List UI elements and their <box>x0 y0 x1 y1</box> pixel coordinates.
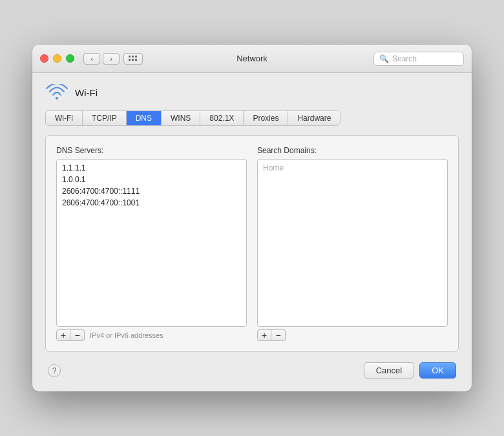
minimize-button[interactable] <box>53 54 61 63</box>
dns-hint: IPv4 or IPv6 addresses <box>90 331 163 339</box>
dns-remove-button[interactable]: − <box>70 329 85 341</box>
help-button[interactable]: ? <box>48 364 61 377</box>
traffic-lights <box>40 54 74 63</box>
dns-btn-group: + − <box>56 329 85 341</box>
svg-point-0 <box>56 97 58 99</box>
tab-wifi[interactable]: Wi-Fi <box>46 111 83 125</box>
ok-button[interactable]: OK <box>419 362 456 379</box>
search-domains-remove-button[interactable]: − <box>271 329 286 341</box>
back-button[interactable]: ‹ <box>83 53 100 65</box>
network-window: ‹ › Network 🔍 Search <box>32 45 472 391</box>
wifi-label: Wi-Fi <box>75 87 98 98</box>
tabs-bar: Wi-Fi TCP/IP DNS WINS 802.1X Proxies Har… <box>45 110 341 126</box>
dns-servers-controls: + − IPv4 or IPv6 addresses <box>56 329 247 341</box>
wifi-header: Wi-Fi <box>45 83 459 101</box>
search-domains-label: Search Domains: <box>257 146 448 155</box>
tab-tcpip[interactable]: TCP/IP <box>83 111 127 125</box>
content-area: Wi-Fi Wi-Fi TCP/IP DNS WINS 802.1X Proxi… <box>32 73 472 391</box>
search-box[interactable]: 🔍 Search <box>373 52 464 66</box>
action-buttons: Cancel OK <box>364 362 456 379</box>
search-domains-add-button[interactable]: + <box>257 329 271 341</box>
tab-dot1x[interactable]: 802.1X <box>200 111 244 125</box>
dns-item-1: 1.0.0.1 <box>57 174 246 185</box>
dns-servers-section: DNS Servers: 1.1.1.1 1.0.0.1 2606:4700:4… <box>56 146 247 341</box>
grid-icon <box>129 56 138 61</box>
panels-row: DNS Servers: 1.1.1.1 1.0.0.1 2606:4700:4… <box>56 146 448 341</box>
titlebar: ‹ › Network 🔍 Search <box>32 45 472 73</box>
search-domains-section: Search Domains: Home + − <box>257 146 448 341</box>
dns-panel: DNS Servers: 1.1.1.1 1.0.0.1 2606:4700:4… <box>45 135 459 352</box>
tab-hardware[interactable]: Hardware <box>288 111 340 125</box>
maximize-button[interactable] <box>66 54 74 63</box>
forward-icon: › <box>110 55 112 63</box>
search-domains-placeholder: Home <box>258 162 447 174</box>
forward-button[interactable]: › <box>103 53 120 65</box>
tab-wins[interactable]: WINS <box>162 111 200 125</box>
search-domains-list[interactable]: Home <box>257 159 448 327</box>
search-icon: 🔍 <box>379 54 389 63</box>
window-title: Network <box>236 54 268 63</box>
tab-dns[interactable]: DNS <box>127 111 162 125</box>
dns-item-3: 2606:4700:4700::1001 <box>57 197 246 209</box>
close-button[interactable] <box>40 54 48 63</box>
nav-buttons: ‹ › <box>83 53 120 65</box>
search-domains-btn-group: + − <box>257 329 286 341</box>
cancel-button[interactable]: Cancel <box>364 362 414 379</box>
tab-proxies[interactable]: Proxies <box>244 111 288 125</box>
dns-add-button[interactable]: + <box>56 329 70 341</box>
back-icon: ‹ <box>90 55 93 63</box>
wifi-icon <box>45 83 68 101</box>
dns-item-0: 1.1.1.1 <box>57 162 246 174</box>
bottom-bar: ? Cancel OK <box>45 362 459 379</box>
dns-servers-label: DNS Servers: <box>56 146 247 155</box>
search-placeholder: Search <box>392 54 417 63</box>
grid-button[interactable] <box>123 53 143 65</box>
search-domains-controls: + − <box>257 329 448 341</box>
dns-servers-list[interactable]: 1.1.1.1 1.0.0.1 2606:4700:4700::1111 260… <box>56 159 247 327</box>
dns-item-2: 2606:4700:4700::1111 <box>57 185 246 197</box>
